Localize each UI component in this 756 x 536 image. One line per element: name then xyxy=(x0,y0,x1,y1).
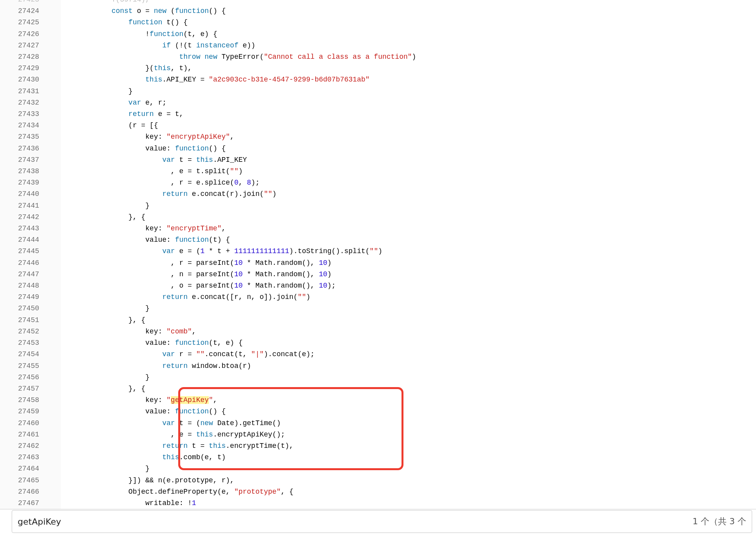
code-line: var t = this.API_KEY xyxy=(61,154,756,166)
line-number: 27453 xyxy=(0,337,39,349)
code-line: var e, r; xyxy=(61,97,756,109)
line-number: 27464 xyxy=(0,463,39,474)
line-number: 27441 xyxy=(0,200,39,212)
line-number: 27446 xyxy=(0,257,39,269)
line-number: 27452 xyxy=(0,326,39,337)
code-line: var e = (1 * t + 1111111111111).toString… xyxy=(61,246,756,257)
line-number: 27435 xyxy=(0,131,39,143)
line-number: 27462 xyxy=(0,440,39,452)
code-line: writable: !1 xyxy=(61,498,756,509)
line-number: 27432 xyxy=(0,97,39,109)
code-line: }, { xyxy=(61,212,756,223)
code-line: key: "getApiKey", xyxy=(61,395,756,406)
code-line: value: function() { xyxy=(61,406,756,417)
line-number: 27461 xyxy=(0,429,39,440)
code-line: T(39714), xyxy=(61,0,756,5)
code-line: (r = [{ xyxy=(61,120,756,131)
search-bar[interactable]: 1 个（共 3 个 xyxy=(12,510,752,533)
line-number: 27463 xyxy=(0,452,39,463)
line-number: 27433 xyxy=(0,109,39,120)
code-line: , r = e.splice(0, 8); xyxy=(61,177,756,188)
line-number: 27440 xyxy=(0,188,39,200)
code-content[interactable]: T(39714), const o = new (function() { fu… xyxy=(61,0,756,509)
line-number-gutter: 2742327424274252742627427274282742927430… xyxy=(0,0,61,509)
line-number: 27426 xyxy=(0,29,39,40)
line-number: 27425 xyxy=(0,17,39,28)
line-number: 27465 xyxy=(0,475,39,486)
code-line: } xyxy=(61,200,756,212)
line-number: 27442 xyxy=(0,212,39,223)
line-number: 27458 xyxy=(0,395,39,406)
code-line: var r = "".concat(t, "|").concat(e); xyxy=(61,349,756,360)
code-line: value: function(t, e) { xyxy=(61,337,756,349)
code-line: } xyxy=(61,303,756,314)
line-number: 27436 xyxy=(0,143,39,154)
code-line: return e.concat([r, n, o]).join("") xyxy=(61,292,756,303)
search-result-count: 1 个（共 3 个 xyxy=(685,516,746,527)
line-number: 27466 xyxy=(0,486,39,498)
line-number: 27438 xyxy=(0,166,39,177)
code-line: key: "encryptTime", xyxy=(61,223,756,234)
line-number: 27429 xyxy=(0,63,39,74)
code-line: return e.concat(r).join("") xyxy=(61,188,756,200)
line-number: 27431 xyxy=(0,86,39,97)
line-number: 27457 xyxy=(0,383,39,395)
line-number: 27444 xyxy=(0,234,39,246)
line-number: 27460 xyxy=(0,418,39,429)
code-line: var t = (new Date).getTime() xyxy=(61,418,756,429)
search-input[interactable] xyxy=(18,517,685,527)
search-match: getApiKey xyxy=(171,396,209,404)
code-line: , r = parseInt(10 * Math.random(), 10) xyxy=(61,257,756,269)
code-line: return t = this.encryptTime(t), xyxy=(61,440,756,452)
line-number: 27454 xyxy=(0,349,39,360)
code-line: throw new TypeError("Cannot call a class… xyxy=(61,51,756,63)
line-number: 27467 xyxy=(0,498,39,509)
code-line: this.API_KEY = "a2c903cc-b31e-4547-9299-… xyxy=(61,74,756,85)
code-line: , n = parseInt(10 * Math.random(), 10) xyxy=(61,269,756,280)
code-line: } xyxy=(61,463,756,474)
code-line: key: "encryptApiKey", xyxy=(61,131,756,143)
line-number: 27448 xyxy=(0,280,39,292)
line-number: 27439 xyxy=(0,177,39,188)
code-line: }(this, t), xyxy=(61,63,756,74)
code-line: value: function() { xyxy=(61,143,756,154)
line-number: 27443 xyxy=(0,223,39,234)
code-line: return window.btoa(r) xyxy=(61,360,756,372)
code-editor[interactable]: 2742327424274252742627427274282742927430… xyxy=(0,0,756,509)
code-line: key: "comb", xyxy=(61,326,756,337)
code-line: return e = t, xyxy=(61,109,756,120)
line-number: 27450 xyxy=(0,303,39,314)
code-line: } xyxy=(61,372,756,383)
line-number: 27434 xyxy=(0,120,39,131)
code-line: , e = t.split("") xyxy=(61,166,756,177)
code-line: }, { xyxy=(61,383,756,395)
code-line: function t() { xyxy=(61,17,756,28)
line-number: 27449 xyxy=(0,292,39,303)
code-line: Object.defineProperty(e, "prototype", { xyxy=(61,486,756,498)
line-number: 27437 xyxy=(0,154,39,166)
line-number: 27427 xyxy=(0,40,39,51)
code-line: if (!(t instanceof e)) xyxy=(61,40,756,51)
line-number: 27455 xyxy=(0,360,39,372)
code-line: }]) && n(e.prototype, r), xyxy=(61,475,756,486)
code-line: , e = this.encryptApiKey(); xyxy=(61,429,756,440)
line-number: 27445 xyxy=(0,246,39,257)
code-line: , o = parseInt(10 * Math.random(), 10); xyxy=(61,280,756,292)
code-line: value: function(t) { xyxy=(61,234,756,246)
code-line: !function(t, e) { xyxy=(61,29,756,40)
line-number: 27451 xyxy=(0,315,39,326)
code-line: const o = new (function() { xyxy=(61,5,756,17)
line-number: 27456 xyxy=(0,372,39,383)
line-number: 27447 xyxy=(0,269,39,280)
code-line: this.comb(e, t) xyxy=(61,452,756,463)
code-line: } xyxy=(61,86,756,97)
line-number: 27430 xyxy=(0,74,39,85)
line-number: 27424 xyxy=(0,5,39,17)
code-line: }, { xyxy=(61,315,756,326)
line-number: 27459 xyxy=(0,406,39,417)
line-number: 27428 xyxy=(0,51,39,63)
